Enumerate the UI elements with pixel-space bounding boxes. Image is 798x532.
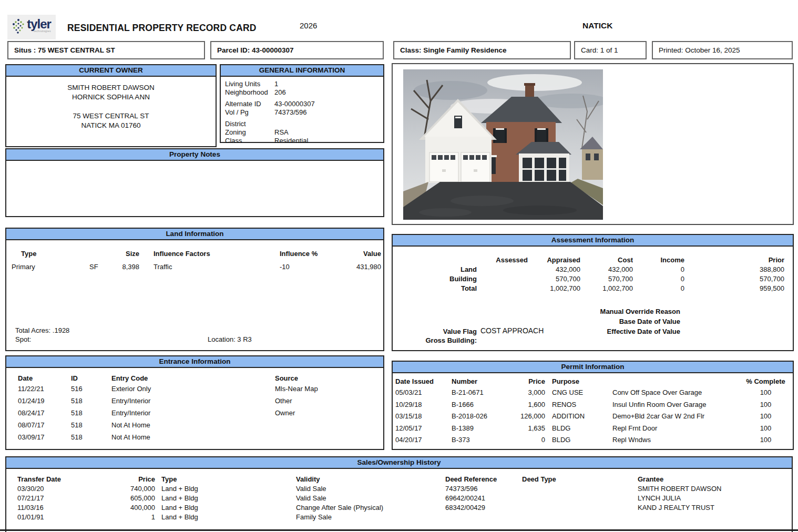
- permit-cell: B-373: [449, 436, 499, 448]
- sales-cell: LYNCH JULIA: [631, 494, 792, 504]
- sales-col-deed-type: Deed Type: [516, 475, 631, 485]
- gi-value: RSA: [274, 128, 289, 137]
- permit-cell: CNG USE: [545, 388, 606, 401]
- land-row-influence-pct: -10: [280, 263, 290, 271]
- entrance-cell: Entry/Interior: [100, 397, 263, 409]
- permit-cell: 12/05/17: [393, 424, 449, 436]
- entrance-cell: 518: [59, 433, 100, 445]
- permit-cell: Conv Off Space Over Garage: [606, 388, 739, 401]
- permit-cell: 04/20/17: [393, 436, 449, 448]
- assess-row-label: Building: [393, 275, 477, 284]
- printed-date-box: Printed: October 16, 2025: [652, 41, 793, 59]
- permit-cell: 126,000: [499, 412, 545, 424]
- permit-col-purpose: Purpose: [545, 377, 606, 388]
- assess-cell: 570,700: [528, 275, 580, 284]
- sales-col-validity: Validity: [290, 475, 439, 485]
- land-row-size: 8,398: [103, 263, 139, 271]
- assess-cell: 570,700: [580, 275, 633, 284]
- land-col-influence-pct: Influence %: [280, 250, 318, 258]
- entrance-row: 08/24/17 518 Entry/Interior Owner: [6, 409, 383, 421]
- house-photo-illustration: [403, 69, 603, 220]
- assess-cell: 959,500: [684, 284, 793, 294]
- land-col-type: Type: [21, 250, 36, 258]
- entrance-col-date: Date: [6, 374, 59, 385]
- assessment-information-section: Assessment Information Assessed Appraise…: [392, 234, 794, 351]
- owner-address-line2: NATICK MA 01760: [6, 121, 216, 130]
- parcel-id-box: Parcel ID: 43-00000307: [210, 41, 384, 59]
- sales-cell: [516, 504, 631, 513]
- sales-cell: 400,000: [80, 504, 155, 513]
- sales-col-price: Price: [80, 475, 155, 485]
- sales-col-deed-reference: Deed Reference: [439, 475, 516, 485]
- assess-col-income: Income: [633, 256, 684, 265]
- entrance-cell: 11/22/21: [6, 385, 59, 397]
- permit-cell: 100: [739, 436, 793, 448]
- permit-cell: Repl Wndws: [606, 436, 739, 448]
- entrance-cell: Exterior Only: [100, 385, 263, 397]
- gi-label: Neighborhood: [225, 88, 274, 97]
- gi-value: 206: [274, 88, 286, 97]
- permit-col-pct-complete: % Complete: [739, 377, 793, 388]
- permit-col-price: Price: [499, 377, 545, 388]
- permit-cell: BLDG: [545, 436, 606, 448]
- entrance-cell: 518: [59, 421, 100, 433]
- permit-cell: BLDG: [545, 424, 606, 436]
- sales-cell: Valid Sale: [290, 485, 439, 494]
- gi-label: District: [225, 120, 274, 128]
- land-information-header: Land Information: [6, 229, 383, 240]
- entrance-col-source: Source: [263, 374, 383, 385]
- gi-value: 43-00000307: [274, 100, 315, 108]
- permit-cell: Demo+Bld 2car Gar W 2nd Flr: [606, 412, 739, 424]
- assess-cell: 432,000: [580, 265, 633, 275]
- gi-label: Zoning: [225, 128, 274, 137]
- assessment-header: Assessment Information: [393, 235, 793, 247]
- permit-cell: B-2018-026: [449, 412, 499, 424]
- entrance-cell: [263, 421, 383, 433]
- entrance-header: Entrance Information: [6, 356, 383, 368]
- assess-cell: 1,002,700: [580, 284, 633, 294]
- assess-col-appraised: Appraised: [528, 256, 580, 265]
- permit-cell: Repl Frnt Door: [606, 424, 739, 436]
- sales-cell: [631, 513, 792, 523]
- land-row-value: 431,980: [329, 263, 381, 271]
- assess-cell: 570,700: [684, 275, 793, 284]
- sales-cell: Land + Bldg: [155, 485, 290, 494]
- permit-cell: 1,600: [499, 401, 545, 413]
- sales-cell: [516, 513, 631, 523]
- manual-override-reason-label: Manual Override Reason: [523, 308, 680, 315]
- entrance-col-entry-code: Entry Code: [100, 374, 263, 385]
- sales-ownership-section: Sales/Ownership History Transfer Date Pr…: [5, 456, 793, 532]
- property-photo-frame: [392, 63, 794, 225]
- entrance-cell: 08/07/17: [6, 421, 59, 433]
- sales-cell: [516, 494, 631, 504]
- tyler-logo: tyler technologies: [7, 15, 56, 39]
- sales-cell: Change After Sale (Physical): [290, 504, 439, 513]
- permit-row: 05/03/21 B-21-0671 3,000 CNG USE Conv Of…: [393, 388, 793, 401]
- value-flag-value: COST APPROACH: [480, 326, 544, 335]
- property-notes-header: Property Notes: [6, 149, 383, 161]
- gross-building-label: Gross Building:: [403, 336, 477, 344]
- sales-cell: SMITH ROBERT DAWSON: [631, 485, 792, 494]
- permit-cell: B-21-0671: [449, 388, 499, 401]
- sales-cell: 01/01/91: [6, 513, 80, 523]
- sales-row: 11/03/16 400,000 Land + Bldg Change Afte…: [6, 504, 792, 513]
- permit-cell: 100: [739, 412, 793, 424]
- entrance-cell: 516: [59, 385, 100, 397]
- assess-cell: 388,800: [684, 265, 793, 275]
- assess-col-assessed: Assessed: [477, 256, 528, 265]
- permit-col-date-issued: Date Issued: [393, 377, 449, 388]
- permit-header: Permit Information: [393, 362, 793, 373]
- permit-cell: 100: [739, 388, 793, 401]
- entrance-cell: 518: [59, 397, 100, 409]
- permit-cell: 0: [499, 436, 545, 448]
- permit-cell: 100: [739, 401, 793, 413]
- sales-cell: 68342/00429: [439, 504, 516, 513]
- entrance-row: 11/22/21 516 Exterior Only Mls-Near Map: [6, 385, 383, 397]
- permit-col-number: Number: [449, 377, 499, 388]
- gi-value: Residential: [274, 137, 308, 145]
- owner-name-2: HORNICK SOPHIA ANN: [6, 93, 216, 102]
- permit-cell: 100: [739, 424, 793, 436]
- land-information-section: Land Information Type Size Influence Fac…: [5, 228, 384, 351]
- sales-cell: 11/03/16: [6, 504, 80, 513]
- assess-corner: [393, 256, 477, 265]
